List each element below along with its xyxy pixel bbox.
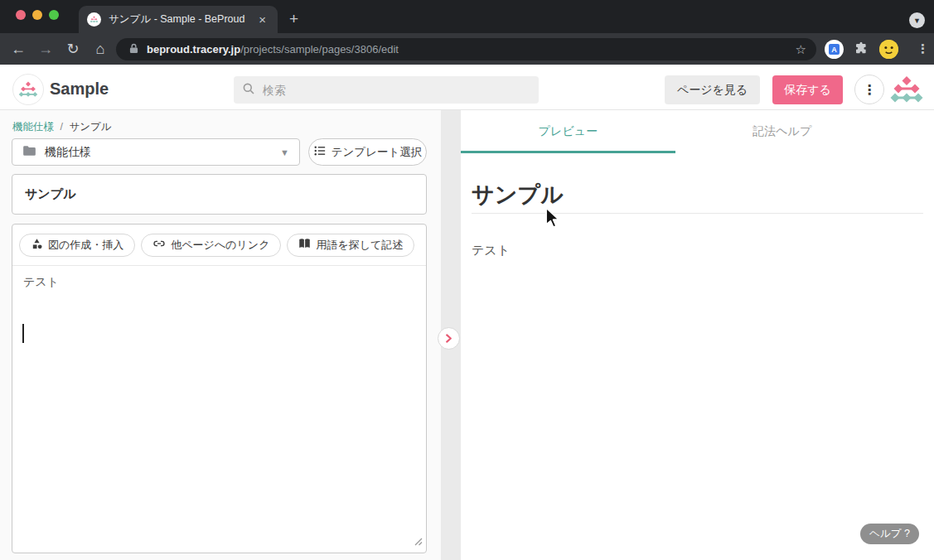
folder-icon [22,145,36,160]
page-body-textarea[interactable]: テスト [12,266,426,553]
url-domain: beproud.tracery.jp [147,43,240,56]
text-caret [22,324,24,343]
minimize-window-button[interactable] [32,10,42,20]
breadcrumb-separator: / [60,121,62,133]
shapes-icon [31,238,43,253]
home-icon[interactable]: ⌂ [90,33,111,65]
template-select-button[interactable]: テンプレート選択 [308,138,427,166]
link-icon [152,238,166,252]
tab-search-button[interactable]: ▼ [909,12,925,28]
forward-icon[interactable]: → [35,33,56,65]
url-path: /projects/sample/pages/3806/edit [240,43,399,56]
tab-title: サンプル - Sample - BeProud [109,12,255,27]
insert-diagram-button[interactable]: 図の作成・挿入 [19,234,135,257]
heading-rule [472,213,923,214]
save-button[interactable]: 保存する [772,75,843,104]
tab-preview-label: プレビュー [539,124,598,139]
new-tab-button[interactable]: + [285,9,302,28]
header-menu-icon[interactable]: ⋮ [854,75,884,104]
preview-panel: プレビュー 記法ヘルプ サンプル テスト [461,110,934,560]
project-logo-icon[interactable] [12,74,44,105]
page-body-text: テスト [23,275,59,290]
back-icon[interactable]: ← [7,33,29,65]
page-link-label: 他ページへのリンク [171,238,269,253]
preview-heading: サンプル [472,180,564,210]
page-title-input[interactable] [12,174,427,215]
project-name: Sample [50,80,109,99]
tab-syntax-help-label: 記法ヘルプ [753,124,811,139]
browser-menu-icon[interactable]: ⋮ [912,33,934,65]
screen: サンプル - Sample - BeProud × + ▼ ← → ↻ ⌂ be… [0,0,934,560]
preview-tabs: プレビュー 記法ヘルプ [461,110,889,153]
resize-handle[interactable] [414,534,423,549]
window-controls [16,10,59,20]
preview-body-text: テスト [472,243,510,258]
list-icon [313,145,326,159]
translate-extension-icon[interactable]: A [825,40,844,59]
mouse-cursor [544,207,560,232]
tab-preview[interactable]: プレビュー [461,110,675,153]
browser-profile-avatar[interactable] [879,40,898,59]
find-term-button[interactable]: 用語を探して記述 [287,234,414,257]
tab-close-icon[interactable]: × [255,12,269,27]
page-body-editor: 図の作成・挿入 他ページへのリンク [12,224,427,553]
active-tab-underline [461,151,675,153]
chevron-down-icon: ▼ [280,147,289,157]
search-input[interactable] [263,84,530,97]
help-button[interactable]: ヘルプ ? [860,524,919,544]
find-term-label: 用語を探して記述 [316,238,403,253]
book-icon [298,238,311,252]
url-text: beproud.tracery.jp/projects/sample/pages… [147,43,789,56]
collapse-panel-button[interactable] [438,327,460,350]
breadcrumb-parent-link[interactable]: 機能仕様 [12,121,54,133]
close-window-button[interactable] [16,10,26,20]
view-page-button[interactable]: ページを見る [665,75,760,104]
template-select-label: テンプレート選択 [331,145,423,160]
reload-icon[interactable]: ↻ [62,33,84,65]
folder-select-dropdown[interactable]: 機能仕様 ▼ [12,138,300,166]
editor-toolbar: 図の作成・挿入 他ページへのリンク [12,224,426,266]
lock-icon [129,42,138,57]
breadcrumb: 機能仕様 / サンプル [12,120,112,134]
zoom-window-button[interactable] [49,10,59,20]
folder-select-value: 機能仕様 [45,145,91,160]
tab-favicon-icon [87,12,101,27]
chevron-right-icon [445,331,452,346]
insert-diagram-label: 図の作成・挿入 [48,238,123,253]
browser-tab[interactable]: サンプル - Sample - BeProud × [79,6,278,33]
bookmark-star-icon[interactable]: ☆ [796,42,806,57]
address-bar[interactable]: beproud.tracery.jp/projects/sample/pages… [116,38,816,60]
tracery-logo-icon[interactable] [888,75,925,108]
browser-titlebar: サンプル - Sample - BeProud × + ▼ [0,0,934,33]
tab-syntax-help[interactable]: 記法ヘルプ [675,110,890,153]
extensions-puzzle-icon[interactable] [854,41,869,60]
editor-panel: 機能仕様 / サンプル 機能仕様 ▼ テンプレート選択 [0,110,441,560]
breadcrumb-current: サンプル [69,121,111,133]
search-icon [242,82,255,99]
page-link-button[interactable]: 他ページへのリンク [141,234,281,257]
search-box[interactable] [234,76,539,104]
